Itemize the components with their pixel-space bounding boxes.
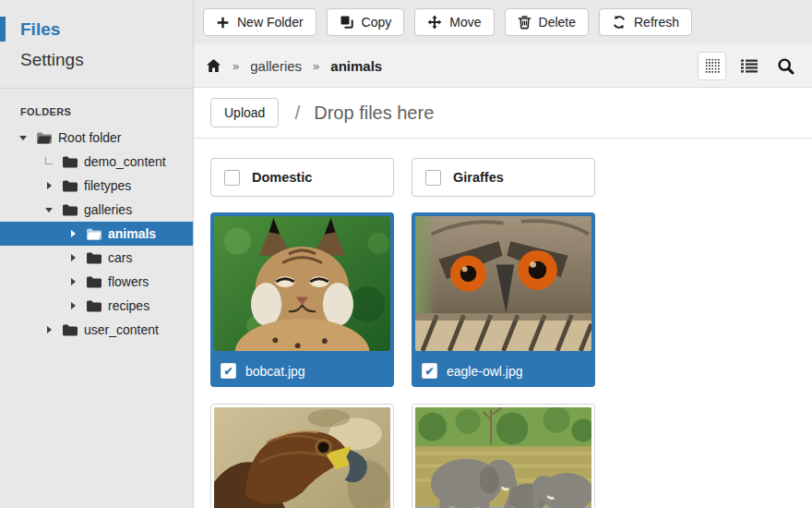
new-folder-button[interactable]: New Folder (203, 8, 316, 36)
button-label: Move (449, 15, 481, 30)
folder-card-label: Giraffes (453, 170, 504, 185)
upload-button[interactable]: Upload (210, 98, 279, 127)
button-label: Delete (539, 15, 576, 30)
thumbnail-frame (210, 404, 394, 508)
folder-card-domestic[interactable]: Domestic (210, 158, 394, 197)
file-footer: bobcat.jpg (210, 355, 394, 387)
folder-icon (62, 179, 78, 192)
file-checkbox-checked[interactable] (422, 363, 437, 379)
upload-bar: Upload / Drop files here (194, 88, 812, 139)
folder-open-icon (86, 227, 102, 240)
delete-button[interactable]: Delete (505, 8, 589, 36)
thumbnail-eagle (214, 407, 390, 508)
file-card-elephants[interactable] (412, 404, 595, 508)
thumbnail-frame (210, 212, 394, 355)
move-button[interactable]: Move (414, 8, 494, 36)
chevron-down-icon[interactable] (17, 136, 30, 140)
tree-item-filetypes[interactable]: filetypes (0, 174, 193, 198)
file-card-bobcat[interactable]: bobcat.jpg (210, 212, 394, 387)
nav-files-label: Files (20, 19, 60, 40)
chevron-right-icon[interactable] (66, 302, 79, 309)
folder-cards-row: Domestic Giraffes (210, 158, 795, 197)
main-panel: New Folder Copy Move Delete Refresh » (194, 0, 812, 508)
tree-item-label: filetypes (84, 178, 131, 193)
breadcrumb-item-animals[interactable]: animals (330, 58, 382, 74)
nav-settings-label: Settings (20, 50, 84, 70)
drop-files-hint: Drop files here (314, 103, 434, 124)
tree-item-label: user_content (84, 322, 159, 337)
chevron-right-icon[interactable] (66, 278, 79, 285)
folder-icon (62, 203, 78, 216)
folder-card-giraffes[interactable]: Giraffes (412, 158, 595, 197)
thumbnail-eagle-owl (415, 216, 591, 351)
search-button[interactable] (771, 52, 800, 80)
tree-item-label: cars (108, 250, 132, 265)
folder-checkbox[interactable] (425, 170, 441, 186)
grid-view-button[interactable] (698, 52, 726, 80)
tree-item-label: animals (108, 226, 156, 241)
file-manager-app: Files Settings FOLDERS Root folder demo_… (0, 0, 812, 508)
breadcrumb-separator: » (233, 59, 239, 73)
file-card-eagle-owl[interactable]: eagle-owl.jpg (412, 212, 595, 387)
folders-section-label: FOLDERS (0, 89, 193, 126)
refresh-button[interactable]: Refresh (599, 8, 692, 36)
thumbnail-elephants (415, 407, 591, 508)
copy-button[interactable]: Copy (327, 8, 405, 36)
file-footer: eagle-owl.jpg (412, 355, 595, 387)
thumbnail-bobcat (214, 216, 390, 351)
nav-item-settings[interactable]: Settings (0, 44, 193, 75)
file-grid: bobcat.jpg (210, 212, 795, 508)
folder-icon (62, 155, 78, 168)
home-icon[interactable] (206, 58, 221, 73)
upload-divider: / (294, 102, 300, 124)
chevron-right-icon[interactable] (66, 230, 79, 237)
breadcrumb-item-galleries[interactable]: galleries (250, 58, 302, 74)
tree-item-flowers[interactable]: flowers (0, 270, 193, 294)
tree-item-galleries[interactable]: galleries (0, 198, 193, 222)
tree-item-label: Root folder (58, 130, 121, 145)
grid-view-icon (705, 58, 720, 73)
breadcrumb: » galleries » animals (194, 44, 812, 88)
chevron-right-icon[interactable] (42, 182, 55, 189)
toolbar: New Folder Copy Move Delete Refresh (194, 0, 812, 44)
folder-card-label: Domestic (252, 170, 312, 185)
folder-icon (86, 251, 102, 264)
trash-icon (518, 15, 531, 30)
button-label: Refresh (634, 15, 679, 30)
list-view-icon (741, 59, 758, 73)
chevron-right-icon[interactable] (42, 326, 55, 333)
file-name: bobcat.jpg (245, 364, 305, 379)
tree-item-label: flowers (108, 274, 149, 289)
sidebar: Files Settings FOLDERS Root folder demo_… (0, 0, 194, 508)
folder-icon (86, 275, 102, 288)
file-card-eagle[interactable]: eagle.jpg (210, 404, 394, 508)
tree-leaf-mark (42, 157, 55, 167)
tree-item-root-folder[interactable]: Root folder (0, 126, 193, 150)
nav-item-files[interactable]: Files (0, 14, 193, 44)
view-controls (698, 52, 800, 80)
copy-icon (340, 15, 354, 30)
refresh-icon (612, 15, 627, 30)
thumbnail-frame (412, 212, 595, 355)
tree-item-recipes[interactable]: recipes (0, 294, 193, 318)
tree-item-label: demo_content (84, 154, 166, 169)
tree-item-animals-selected[interactable]: animals (0, 222, 193, 246)
list-view-button[interactable] (734, 52, 763, 80)
button-label: Copy (362, 15, 392, 30)
folder-checkbox[interactable] (224, 170, 240, 186)
tree-item-demo-content[interactable]: demo_content (0, 150, 193, 174)
tree-item-cars[interactable]: cars (0, 246, 193, 270)
tree-item-user-content[interactable]: user_content (0, 318, 193, 342)
thumbnail-frame (412, 404, 595, 508)
breadcrumb-separator: » (313, 59, 319, 73)
folder-icon (86, 299, 102, 312)
file-checkbox-checked[interactable] (221, 363, 236, 379)
folder-icon (62, 323, 78, 336)
app-nav: Files Settings (0, 0, 193, 75)
move-icon (427, 15, 442, 30)
plus-icon (216, 16, 230, 30)
chevron-right-icon[interactable] (66, 254, 79, 261)
folder-tree: Root folder demo_content filetypes galle… (0, 126, 193, 342)
chevron-down-icon[interactable] (42, 208, 55, 212)
search-icon (777, 57, 794, 75)
